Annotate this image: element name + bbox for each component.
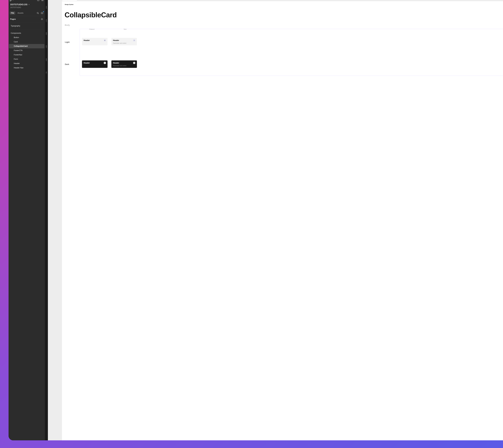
svg-line-6 (38, 13, 39, 14)
page-collapsiblecard[interactable]: CollapsibleCard (9, 44, 45, 48)
project-name[interactable]: DOTSTUDIO.DS (10, 3, 28, 6)
canvas[interactable]: collapsible-card Design System Collapsib… (48, 0, 503, 440)
card-body-text: Placeholder card content (113, 65, 135, 66)
page-title: CollapsibleCard (62, 5, 503, 19)
sidebar-top-row: ▾ A? (9, 0, 45, 2)
page-headernav[interactable]: Header Nav (9, 66, 45, 70)
expand-button[interactable]: + (104, 39, 106, 41)
svg-text:A?: A? (38, 0, 39, 1)
app-window: ▾ A? DOTSTUDIO.DS (9, 0, 503, 440)
tab-file[interactable]: File (10, 11, 15, 15)
page-header[interactable]: Header (9, 61, 45, 66)
notification-dot-icon (43, 11, 44, 12)
card-header: Header (84, 39, 90, 41)
page-typography[interactable]: Typography (9, 24, 45, 28)
vertical-ruler: -2000 -1750 -1500 -1250 -1000 -750 (45, 0, 48, 440)
search-icon[interactable] (36, 12, 39, 15)
page-form[interactable]: Form (9, 57, 45, 61)
card-dark-collapsed[interactable]: Header + (82, 60, 108, 68)
sidebar-tabs: File Assets (9, 10, 45, 16)
pages-section-header: Pages (9, 16, 45, 22)
row-label-dark: Dark (65, 63, 69, 66)
variant-table: Collapsed Open Light Dark Header + (62, 29, 503, 76)
ruler-tick: -1500 (46, 32, 47, 35)
figma-logo-icon[interactable] (10, 0, 12, 1)
expand-button[interactable]: + (104, 62, 106, 64)
page-card[interactable]: Card (9, 40, 45, 44)
variant-frame[interactable]: Light Dark Header + Header (80, 29, 503, 76)
pages-label[interactable]: Pages (10, 18, 16, 20)
row-label-light: Light (65, 41, 69, 43)
card-light-collapsed[interactable]: Header + (82, 38, 108, 45)
tab-assets[interactable]: Assets (16, 11, 25, 15)
add-page-button[interactable] (41, 18, 43, 20)
card-body-text: Placeholder card content (113, 42, 135, 44)
svg-rect-3 (42, 0, 42, 1)
card-header: Header (113, 62, 119, 64)
page-components-group[interactable]: Components (9, 31, 45, 35)
doc-frame[interactable]: Design System CollapsibleCard Body Colla… (62, 1, 503, 440)
page-button[interactable]: Button (9, 35, 45, 40)
page-footercta[interactable]: FooterCTA (9, 48, 45, 53)
pages-list: Typography Components Button Card Collap… (9, 22, 45, 71)
chevron-down-icon[interactable]: ▾ (13, 0, 14, 1)
variant-row-light: Header + Header − Placeholder card conte… (82, 38, 503, 45)
missing-font-icon[interactable]: A? (37, 0, 39, 1)
collapse-button[interactable]: − (133, 39, 135, 41)
body-section-label: Body (62, 19, 503, 26)
card-header: Header (113, 39, 119, 41)
card-dark-open[interactable]: Header − Placeholder card content (111, 60, 137, 68)
card-light-open[interactable]: Header − Placeholder card content (111, 38, 137, 45)
ruler-tick: -1000 (46, 58, 47, 62)
card-header: Header (84, 62, 90, 64)
project-owner[interactable]: DOTSTUDIO (10, 6, 43, 9)
library-icon[interactable] (41, 0, 44, 1)
svg-point-5 (37, 12, 38, 14)
ruler-tick: -1250 (46, 45, 47, 49)
ruler-tick: -1750 (46, 19, 47, 22)
svg-rect-4 (43, 0, 43, 1)
page-footernav[interactable]: FooterNav (9, 53, 45, 57)
left-sidebar: ▾ A? DOTSTUDIO.DS (9, 0, 45, 440)
variant-row-dark: Header + Header − Placeholder card conte… (82, 60, 503, 68)
ruler-tick: -750 (46, 72, 47, 74)
ruler-tick: -2000 (46, 6, 47, 9)
doc-eyebrow: Design System (62, 1, 503, 5)
frame-name-tab[interactable]: collapsible-card (62, 0, 77, 1)
collapse-button[interactable]: − (133, 62, 135, 64)
project-header: DOTSTUDIO.DS ▾ DOTSTUDIO (9, 2, 45, 10)
book-icon[interactable] (40, 12, 44, 15)
chevron-down-icon[interactable]: ▾ (29, 4, 29, 5)
